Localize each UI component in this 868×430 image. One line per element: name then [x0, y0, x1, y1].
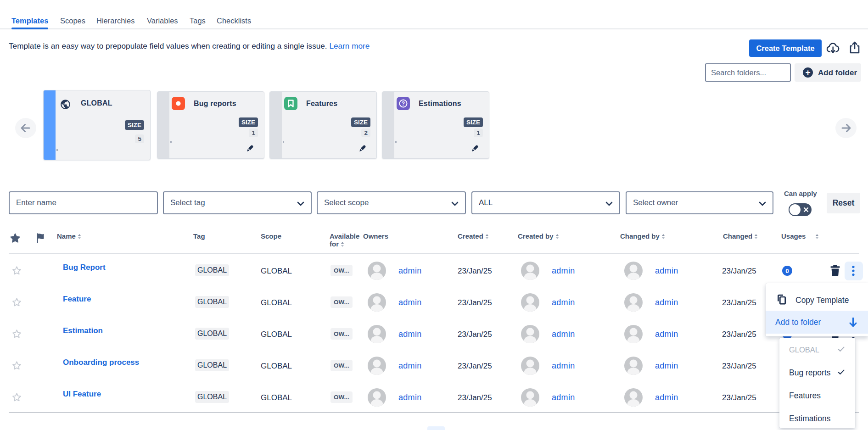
svg-text:?: ?	[402, 101, 405, 107]
